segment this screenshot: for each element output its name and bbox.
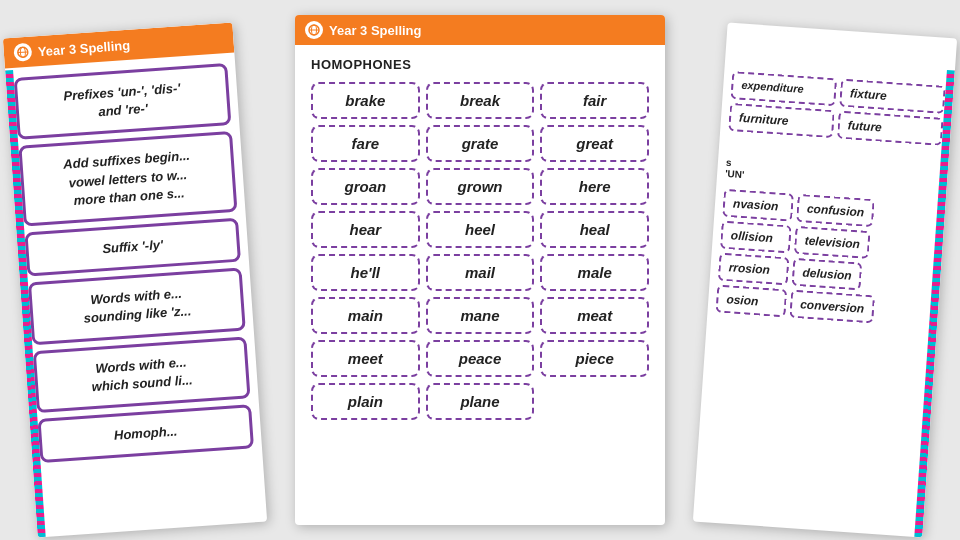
- list-item: heel: [426, 211, 535, 248]
- list-item: furniture: [728, 103, 835, 138]
- list-item: Suffix '-ly': [24, 218, 241, 277]
- list-item: he'll: [311, 254, 420, 291]
- list-item: Words with e...which sound li...: [33, 336, 251, 413]
- list-item: fare: [311, 125, 420, 162]
- list-item: confusion: [796, 194, 875, 227]
- list-item: mane: [426, 297, 535, 334]
- list-item: osion: [715, 285, 787, 318]
- list-item: Words with e...sounding like 'z...: [28, 268, 246, 345]
- svg-line-2: [18, 52, 28, 53]
- list-item: heal: [540, 211, 649, 248]
- right-section-top: expenditure fixture furniture future: [728, 71, 946, 146]
- right-content: expenditure fixture furniture future s'U…: [707, 23, 957, 338]
- list-item: Homoph...: [37, 404, 254, 463]
- list-item: mail: [426, 254, 535, 291]
- list-item: great: [540, 125, 649, 162]
- list-item: grown: [426, 168, 535, 205]
- list-item: future: [837, 111, 944, 146]
- list-item: expenditure: [730, 71, 837, 106]
- list-item: rrosion: [718, 253, 790, 286]
- center-page: Year 3 Spelling HOMOPHONES brake break f…: [295, 15, 665, 525]
- list-item: break: [426, 82, 535, 119]
- list-item: television: [794, 226, 871, 259]
- left-header-icon: [13, 43, 32, 62]
- list-item: plane: [426, 383, 535, 420]
- section-title: HOMOPHONES: [311, 57, 649, 72]
- list-item: here: [540, 168, 649, 205]
- list-item: main: [311, 297, 420, 334]
- left-page: Year 3 Spelling Prefixes 'un-', 'dis-'an…: [3, 23, 267, 538]
- list-item: male: [540, 254, 649, 291]
- list-item: ollision: [720, 221, 792, 254]
- center-content: HOMOPHONES brake break fair fare grate g…: [295, 45, 665, 432]
- word-grid: brake break fair fare grate great groan …: [311, 82, 649, 420]
- center-page-header: Year 3 Spelling: [295, 15, 665, 45]
- list-item: brake: [311, 82, 420, 119]
- list-item: conversion: [789, 290, 875, 324]
- list-item: delusion: [792, 258, 863, 291]
- list-item: hear: [311, 211, 420, 248]
- left-content: Prefixes 'un-', 'dis-'and 're-' Add suff…: [5, 53, 263, 474]
- list-item: Add suffixes begin...vowel letters to w.…: [18, 131, 237, 226]
- list-item: nvasion: [722, 189, 794, 222]
- list-item: meet: [311, 340, 420, 377]
- left-header-title: Year 3 Spelling: [37, 37, 130, 58]
- list-item: grate: [426, 125, 535, 162]
- right-ion-section: nvasion confusion ollision television rr…: [715, 189, 937, 328]
- right-page: expenditure fixture furniture future s'U…: [693, 23, 957, 538]
- right-section-label: s'UN': [725, 157, 940, 194]
- list-item: plain: [311, 383, 420, 420]
- list-item: peace: [426, 340, 535, 377]
- list-item: fair: [540, 82, 649, 119]
- list-item: fixture: [839, 79, 946, 114]
- center-header-title: Year 3 Spelling: [329, 23, 422, 38]
- list-item: Prefixes 'un-', 'dis-'and 're-': [14, 63, 232, 140]
- list-item: groan: [311, 168, 420, 205]
- center-header-icon: [305, 21, 323, 39]
- list-item: meat: [540, 297, 649, 334]
- list-item: piece: [540, 340, 649, 377]
